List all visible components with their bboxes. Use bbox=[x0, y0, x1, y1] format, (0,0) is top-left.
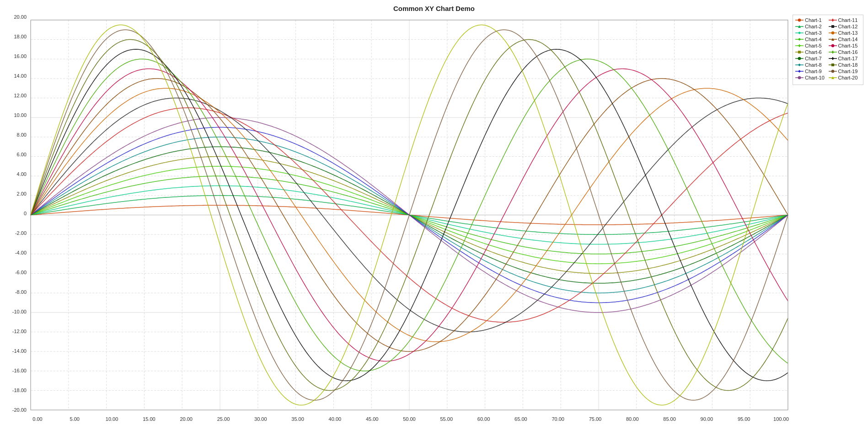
y-axis-label: -2.00 bbox=[15, 231, 27, 236]
x-axis-label: 10.00 bbox=[103, 416, 121, 425]
x-axis-label: 30.00 bbox=[252, 416, 270, 425]
legend-item: Chart-17 bbox=[829, 56, 861, 61]
legend-item: Chart-16 bbox=[829, 49, 861, 55]
x-axis-label: 55.00 bbox=[437, 416, 455, 425]
legend-icon bbox=[795, 18, 804, 22]
legend-label: Chart-1 bbox=[805, 17, 822, 23]
legend-label: Chart-18 bbox=[838, 62, 858, 68]
svg-marker-48 bbox=[798, 32, 801, 34]
y-axis-label: -8.00 bbox=[15, 290, 27, 295]
x-axis-label: 95.00 bbox=[735, 416, 753, 425]
legend-item: Chart-20 bbox=[829, 75, 861, 80]
legend-icon bbox=[795, 37, 804, 42]
x-axis-label: 25.00 bbox=[214, 416, 232, 425]
y-axis-label: -12.00 bbox=[12, 329, 27, 334]
legend-label: Chart-13 bbox=[838, 30, 858, 36]
legend-label: Chart-10 bbox=[805, 75, 825, 80]
y-axis-label: -18.00 bbox=[12, 388, 27, 393]
legend-icon bbox=[829, 31, 837, 35]
y-axis-label: 2.00 bbox=[17, 191, 27, 196]
legend-item: Chart-19 bbox=[829, 69, 861, 74]
chart-legend: Chart-1 Chart-2 Chart-3 Chart-4 Chart-5 … bbox=[793, 15, 863, 85]
svg-rect-68 bbox=[831, 25, 834, 28]
legend-item: Chart-4 bbox=[795, 37, 828, 42]
legend-item: Chart-10 bbox=[795, 75, 828, 80]
legend-label: Chart-3 bbox=[805, 30, 822, 36]
legend-item: Chart-11 bbox=[829, 17, 861, 23]
legend-icon bbox=[829, 63, 837, 67]
svg-wrapper: 0.005.0010.0015.0020.0025.0030.0035.0040… bbox=[28, 15, 790, 425]
legend-label: Chart-19 bbox=[838, 69, 858, 74]
legend-icon bbox=[829, 18, 837, 22]
y-axis-label: 8.00 bbox=[17, 133, 27, 138]
chart-and-legend: 0.005.0010.0015.0020.0025.0030.0035.0040… bbox=[28, 15, 863, 425]
x-axis-label: 80.00 bbox=[623, 416, 642, 425]
x-axis-label: 70.00 bbox=[549, 416, 567, 425]
legend-icon bbox=[795, 43, 804, 48]
legend-item: Chart-9 bbox=[795, 69, 828, 74]
legend-item: Chart-1 bbox=[795, 17, 828, 23]
y-axis-labels: 20.0018.0016.0014.0012.0010.008.006.004.… bbox=[5, 15, 28, 425]
legend-label: Chart-11 bbox=[838, 17, 858, 23]
legend-icon bbox=[795, 24, 804, 29]
legend-icon bbox=[829, 43, 837, 48]
legend-label: Chart-20 bbox=[838, 75, 858, 80]
legend-icon bbox=[795, 56, 804, 61]
y-axis-label: -20.00 bbox=[12, 408, 27, 413]
x-axis-label: 5.00 bbox=[65, 416, 84, 425]
legend-icon bbox=[829, 75, 837, 80]
x-axis-label: 0.00 bbox=[28, 416, 47, 425]
x-axis-label: 90.00 bbox=[697, 416, 716, 425]
svg-marker-59 bbox=[798, 64, 801, 66]
legend-item: Chart-3 bbox=[795, 30, 828, 36]
legend-icon bbox=[829, 50, 837, 54]
legend-icon bbox=[829, 69, 837, 74]
legend-icon bbox=[795, 31, 804, 35]
svg-point-70 bbox=[831, 32, 834, 34]
y-axis-label: 6.00 bbox=[17, 152, 27, 157]
y-axis-label: 16.00 bbox=[14, 54, 27, 59]
legend-label: Chart-5 bbox=[805, 43, 822, 48]
legend-col-1: Chart-1 Chart-2 Chart-3 Chart-4 Chart-5 … bbox=[795, 17, 828, 81]
y-axis-label: 4.00 bbox=[17, 172, 27, 177]
y-axis-label: -14.00 bbox=[12, 349, 27, 354]
svg-point-84 bbox=[831, 70, 834, 73]
legend-label: Chart-17 bbox=[838, 56, 858, 61]
legend-item: Chart-15 bbox=[829, 43, 861, 48]
x-axis-label: 35.00 bbox=[289, 416, 307, 425]
x-axis-label: 85.00 bbox=[660, 416, 679, 425]
y-axis-label: 12.00 bbox=[14, 93, 27, 98]
svg-point-63 bbox=[798, 76, 801, 79]
legend-item: Chart-12 bbox=[829, 24, 861, 29]
x-axis-label: 20.00 bbox=[177, 416, 195, 425]
legend-item: Chart-7 bbox=[795, 56, 828, 61]
legend-item: Chart-8 bbox=[795, 62, 828, 68]
x-axis-label: 100.00 bbox=[772, 416, 790, 425]
legend-item: Chart-13 bbox=[829, 30, 861, 36]
legend-label: Chart-8 bbox=[805, 62, 822, 68]
svg-marker-61 bbox=[798, 70, 801, 73]
legend-icon bbox=[795, 75, 804, 80]
svg-point-44 bbox=[798, 19, 801, 21]
y-axis-label: -4.00 bbox=[15, 250, 27, 255]
chart-area: 20.0018.0016.0014.0012.0010.008.006.004.… bbox=[5, 15, 863, 425]
chart-title: Common XY Chart Demo bbox=[393, 5, 475, 12]
legend-row: Chart-1 Chart-2 Chart-3 Chart-4 Chart-5 … bbox=[795, 17, 861, 81]
legend-icon bbox=[829, 37, 837, 42]
legend-item: Chart-2 bbox=[795, 24, 828, 29]
legend-col-2: Chart-11 Chart-12 Chart-13 Chart-14 Char… bbox=[829, 17, 861, 81]
x-axis-label: 75.00 bbox=[586, 416, 604, 425]
x-axis-label: 60.00 bbox=[475, 416, 493, 425]
y-axis-label: -16.00 bbox=[12, 368, 27, 373]
y-axis-label: 0 bbox=[24, 211, 27, 216]
legend-item: Chart-6 bbox=[795, 49, 828, 55]
legend-icon bbox=[795, 69, 804, 74]
svg-point-74 bbox=[831, 44, 834, 47]
y-axis-label: -6.00 bbox=[15, 270, 27, 275]
x-axis-label: 65.00 bbox=[512, 416, 530, 425]
svg-rect-55 bbox=[798, 51, 801, 53]
y-axis-label: 18.00 bbox=[14, 34, 27, 39]
legend-label: Chart-14 bbox=[838, 37, 858, 42]
legend-label: Chart-12 bbox=[838, 24, 858, 29]
legend-icon bbox=[795, 50, 804, 54]
